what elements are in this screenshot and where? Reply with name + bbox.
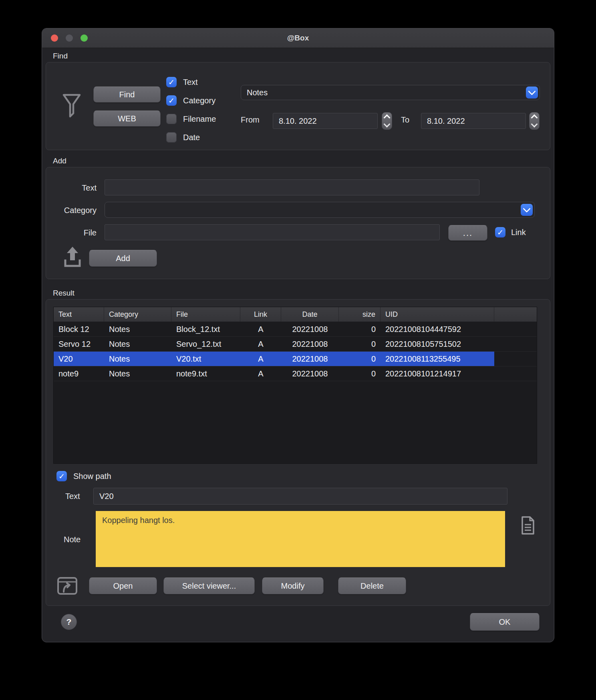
from-date-value: 8.10. 2022 — [279, 117, 317, 126]
cell-file: Block_12.txt — [171, 322, 240, 336]
cell-link: A — [240, 366, 281, 381]
table-row-selected[interactable]: V20 Notes V20.txt A 20221008 0 202210081… — [54, 352, 537, 366]
to-date-stepper[interactable] — [529, 112, 540, 130]
cell-text: Servo 12 — [54, 337, 104, 351]
add-category-select[interactable] — [105, 202, 535, 218]
detail-text-value: V20 — [99, 492, 114, 501]
chevron-down-icon — [528, 87, 536, 95]
category-checkbox-label: Category — [183, 96, 215, 105]
cell-uid: 20221008113255495 — [381, 352, 494, 366]
column-header-text[interactable]: Text — [54, 307, 104, 322]
column-header-file[interactable]: File — [171, 307, 240, 322]
column-header-uid[interactable]: UID — [381, 307, 494, 322]
cell-uid: 20221008105751502 — [381, 337, 494, 351]
result-group-label: Result — [53, 289, 74, 298]
find-button[interactable]: Find — [93, 86, 161, 103]
cell-category: Notes — [104, 322, 171, 336]
ok-button[interactable]: OK — [470, 613, 540, 631]
cell-file: V20.txt — [171, 352, 240, 366]
detail-text-input[interactable]: V20 — [93, 488, 507, 505]
cell-size: 0 — [339, 352, 381, 366]
find-category-dropdown-button[interactable] — [526, 86, 538, 99]
link-checkbox-label: Link — [511, 228, 526, 237]
cell-uid: 20221008101214917 — [381, 366, 494, 381]
table-row[interactable]: note9 Notes note9.txt A 20221008 0 20221… — [54, 366, 537, 381]
find-date-checkbox-row: Date — [166, 132, 200, 143]
stepper-up-icon — [531, 115, 538, 121]
help-button[interactable]: ? — [61, 614, 77, 630]
date-checkbox-label: Date — [183, 133, 200, 142]
link-checkbox[interactable] — [495, 227, 505, 237]
result-groupbox: Text Category File Link Date size UID Bl… — [46, 299, 550, 606]
cell-date: 20221008 — [281, 322, 339, 336]
cell-size: 0 — [339, 337, 381, 351]
category-checkbox[interactable] — [166, 95, 177, 106]
cell-category: Notes — [104, 352, 171, 366]
cell-category: Notes — [104, 366, 171, 381]
upload-icon — [62, 246, 83, 268]
add-file-label: File — [46, 228, 97, 237]
add-text-input[interactable] — [105, 179, 479, 195]
cell-link: A — [240, 352, 281, 366]
cell-size: 0 — [339, 366, 381, 381]
stepper-down-icon — [531, 121, 538, 128]
table-row[interactable]: Servo 12 Notes Servo_12.txt A 20221008 0… — [54, 337, 537, 352]
filename-checkbox-label: Filename — [183, 115, 216, 124]
to-date-field[interactable]: 8.10. 2022 — [421, 113, 526, 129]
stepper-up-icon — [384, 115, 391, 121]
from-date-field[interactable]: 8.10. 2022 — [273, 113, 378, 129]
add-file-input[interactable] — [105, 224, 440, 240]
table-row[interactable]: Block 12 Notes Block_12.txt A 20221008 0… — [54, 322, 537, 337]
add-button[interactable]: Add — [89, 250, 157, 267]
column-header-date[interactable]: Date — [281, 307, 339, 322]
column-header-category[interactable]: Category — [104, 307, 171, 322]
find-category-select[interactable]: Notes — [241, 85, 540, 100]
find-category-value: Notes — [247, 88, 268, 97]
select-viewer-button[interactable]: Select viewer... — [163, 577, 255, 594]
to-label: To — [401, 115, 409, 125]
cell-text: note9 — [54, 366, 104, 381]
modify-button[interactable]: Modify — [262, 577, 324, 594]
to-date-value: 8.10. 2022 — [427, 117, 465, 126]
document-icon[interactable] — [520, 516, 536, 535]
add-category-label: Category — [46, 206, 97, 215]
from-date-stepper[interactable] — [382, 112, 392, 130]
detail-text-label: Text — [65, 492, 80, 501]
window-title: @Box — [42, 28, 554, 48]
add-text-label: Text — [46, 183, 97, 193]
column-header-link[interactable]: Link — [240, 307, 281, 322]
find-filename-checkbox-row: Filename — [166, 114, 216, 124]
find-group-label: Find — [53, 52, 68, 60]
cell-category: Notes — [104, 337, 171, 351]
show-path-label: Show path — [73, 472, 111, 481]
note-label: Note — [64, 535, 81, 544]
cell-uid: 20221008104447592 — [381, 322, 494, 336]
date-checkbox[interactable] — [166, 132, 177, 143]
column-header-size[interactable]: size — [339, 307, 381, 322]
from-label: From — [241, 115, 260, 125]
titlebar: @Box — [42, 28, 554, 48]
note-textarea[interactable]: Koppeling hangt los. — [96, 511, 505, 567]
cell-date: 20221008 — [281, 352, 339, 366]
filename-checkbox[interactable] — [166, 114, 177, 124]
add-category-dropdown-button[interactable] — [521, 204, 533, 216]
browse-button[interactable]: ... — [448, 225, 487, 241]
find-category-checkbox-row: Category — [166, 95, 215, 106]
text-checkbox[interactable] — [166, 77, 177, 87]
column-header-extra[interactable] — [494, 307, 537, 322]
link-checkbox-row: Link — [495, 227, 526, 237]
cell-extra — [494, 366, 537, 381]
text-checkbox-label: Text — [183, 78, 198, 87]
open-button[interactable]: Open — [89, 577, 157, 594]
cell-text: Block 12 — [54, 322, 104, 336]
cell-file: note9.txt — [171, 366, 240, 381]
show-path-checkbox[interactable] — [56, 471, 67, 481]
cell-extra — [494, 322, 537, 336]
delete-button[interactable]: Delete — [338, 577, 406, 594]
cell-link: A — [240, 322, 281, 336]
add-groupbox: Text Category File ... Link Add — [46, 167, 550, 279]
web-button[interactable]: WEB — [93, 111, 161, 127]
cell-extra — [494, 337, 537, 351]
result-table: Text Category File Link Date size UID Bl… — [53, 307, 537, 464]
cell-size: 0 — [339, 322, 381, 336]
